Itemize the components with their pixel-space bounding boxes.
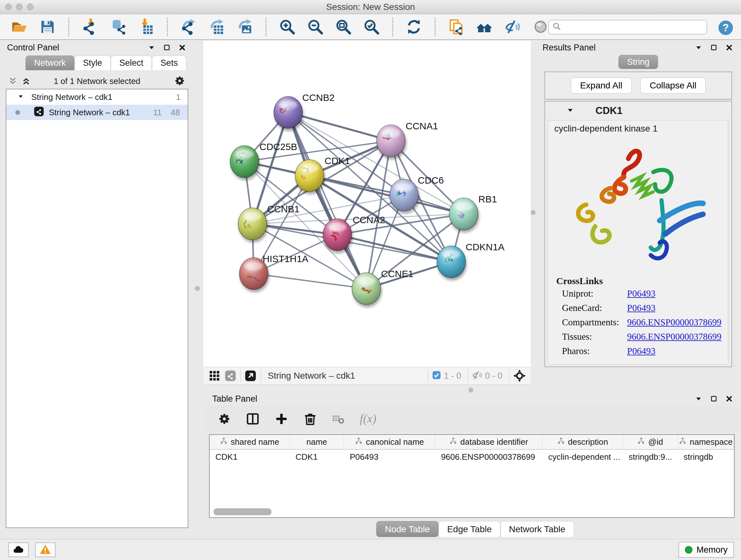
control-panel-close-icon[interactable] [178,43,187,52]
collection-count: 1 [176,92,181,102]
network-node-CCNA1[interactable] [377,125,405,157]
save-session-button[interactable] [39,18,56,36]
search-input[interactable] [562,22,703,33]
network-edge[interactable] [254,273,366,289]
zoom-out-button[interactable] [307,18,324,36]
crosslink-link[interactable]: P06493 [627,346,656,356]
crosslink-link[interactable]: P06493 [627,303,656,313]
column-header-namespace[interactable]: namespace [678,435,734,449]
export-network-button[interactable] [180,18,197,36]
delete-column-icon[interactable] [303,412,318,426]
column-header-name[interactable]: name [290,435,344,449]
open-session-button[interactable] [11,18,28,36]
zoom-in-button[interactable] [279,18,296,36]
table-panel-close-icon[interactable] [724,394,734,403]
show-all-button[interactable] [532,18,549,36]
crosslink-row: Pharos:P06493 [548,344,728,358]
zoom-fit-button[interactable] [335,18,352,36]
crosslink-link[interactable]: 9606.ENSP00000378699 [627,331,722,342]
selected-checkbox-icon[interactable] [432,370,441,381]
scrollbar-thumb[interactable] [213,508,272,515]
export-image-button[interactable] [236,18,253,36]
crosslink-link[interactable]: P06493 [627,288,656,299]
add-column-icon[interactable] [274,412,289,426]
zoom-selected-button[interactable] [363,18,380,36]
network-node-CCNB2[interactable] [274,97,302,128]
collection-expand-icon[interactable] [17,92,24,102]
memory-button[interactable]: Memory [678,542,734,558]
right-splitter-handle[interactable] [531,210,536,215]
tab-node-table[interactable]: Node Table [376,521,439,537]
column-header--id[interactable]: @id [623,435,678,449]
gene-section-header[interactable]: CDK1 [545,102,731,120]
collapse-all-networks-icon[interactable] [8,76,18,86]
column-header-database-identifier[interactable]: database identifier [435,435,542,449]
network-name: String Network – cdk1 [49,108,130,118]
crosslink-label: Tissues: [562,331,627,342]
table-row[interactable]: CDK1CDK1P064939606.ENSP00000378699cyclin… [210,449,734,464]
results-panel-menu-icon[interactable] [694,43,703,52]
tab-network-table[interactable]: Network Table [500,521,574,537]
import-network-file-button[interactable] [81,18,98,36]
network-node-CCNE1[interactable] [352,273,381,305]
expand-all-networks-icon[interactable] [21,76,31,86]
table-panel-float-icon[interactable] [709,394,719,403]
help-button[interactable]: ? [718,19,734,36]
network-node-CDC6[interactable] [390,179,418,211]
network-list-options-icon[interactable] [174,75,186,88]
tab-sets[interactable]: Sets [152,56,186,70]
function-builder-icon[interactable]: f(x) [359,410,377,428]
network-node-CDC25B[interactable] [230,145,259,178]
tab-select[interactable]: Select [111,56,152,70]
column-header-canonical-name[interactable]: canonical name [344,435,435,449]
network-canvas[interactable]: CCNB2CCNA1CDC25BCDK1CDC6RB1CCNB1CCNA2CDK… [203,41,531,367]
crosslink-link[interactable]: 9606.ENSP00000378699 [627,317,722,327]
network-node-CDK1[interactable] [295,160,324,192]
results-panel-close-icon[interactable] [724,43,734,52]
warning-status-button[interactable] [35,543,56,557]
gene-collapse-icon[interactable] [566,106,575,116]
table-rows: CDK1CDK1P064939606.ENSP00000378699cyclin… [210,449,734,464]
table-options-icon[interactable] [217,412,231,426]
delete-table-icon[interactable] [332,412,345,426]
table-panel-menu-icon[interactable] [694,394,703,403]
show-columns-icon[interactable] [246,412,260,426]
network-view-icon[interactable] [224,370,237,382]
birdseye-view-icon[interactable] [513,369,526,382]
copy-network-button[interactable] [448,18,465,36]
crosslink-row: Tissues:9606.ENSP00000378699 [548,329,728,344]
expand-all-button[interactable]: Expand All [571,78,631,94]
control-panel-float-icon[interactable] [162,43,172,52]
tab-network[interactable]: Network [25,56,74,70]
crosslink-label: GeneCard: [562,303,627,313]
detach-view-icon[interactable] [245,370,257,382]
results-panel-float-icon[interactable] [709,43,719,52]
network-node-CCNA2[interactable] [323,219,352,251]
import-network-database-button[interactable] [110,18,127,36]
network-node-RB1[interactable] [449,198,478,230]
grid-view-icon[interactable] [208,370,220,382]
hide-selected-button[interactable] [504,18,521,36]
tab-edge-table[interactable]: Edge Table [439,521,500,537]
column-header-description[interactable]: description [542,435,623,449]
control-panel-menu-icon[interactable] [147,43,156,52]
apply-layout-button[interactable] [405,18,422,36]
left-splitter-handle[interactable] [195,286,200,291]
column-header-shared-name[interactable]: shared name [210,435,290,449]
network-node-CDKN1A[interactable] [437,246,466,278]
tab-style[interactable]: Style [74,56,111,70]
network-status-dot [15,110,20,115]
export-table-button[interactable] [208,18,225,36]
cloud-status-button[interactable] [8,543,29,557]
import-table-button[interactable] [138,18,155,36]
hidden-eye-icon[interactable] [472,370,482,382]
tab-string[interactable]: String [618,55,658,69]
table-horizontal-scrollbar[interactable] [211,508,733,515]
network-row[interactable]: String Network – cdk1 11 48 [6,105,188,120]
horizontal-splitter-handle[interactable] [468,388,473,392]
network-node-CCNB1[interactable] [238,208,267,240]
first-neighbors-button[interactable] [476,18,493,36]
collapse-all-button[interactable]: Collapse All [641,78,705,94]
hidden-count-badge: 0 - 0 [485,371,502,381]
network-collection-row[interactable]: String Network – cdk1 1 [6,89,188,105]
